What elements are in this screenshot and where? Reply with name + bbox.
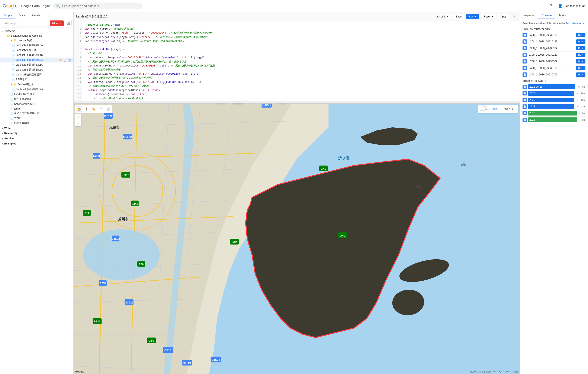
chevron-icon: ▼ (10, 83, 12, 86)
landsat-group[interactable]: ▼ 📁 Landsat数据 (0, 38, 73, 43)
task-time: 16m (581, 92, 586, 95)
landsat-item-4[interactable]: 📄 Landsat8下载&镶嵌L1C (0, 62, 73, 67)
svg-text:S343: S343 (131, 202, 138, 205)
task-progress-bar[interactable]: 2023 (528, 104, 574, 109)
settings-button[interactable]: ⚙ (511, 14, 517, 19)
user-name[interactable]: ee-rscherishran (566, 4, 586, 8)
users-folder[interactable]: 📁 users/rscherishran/projects (0, 33, 73, 38)
task-progress-bar-done[interactable]: 2012 (528, 111, 577, 115)
refresh-button[interactable]: 🔄 (65, 21, 72, 26)
draw-rect-tool[interactable]: ⬜ (105, 106, 111, 112)
archive-header[interactable]: ▶ Archive (0, 136, 73, 141)
map-view-button[interactable]: 地图 (490, 107, 500, 112)
task-time: 5m (582, 119, 586, 121)
writer-header[interactable]: ▶ Writer (0, 126, 73, 131)
flat-item-4[interactable]: 📄 夜光遥感数据逐年下载 (0, 111, 73, 116)
flat-item-6[interactable]: 📄 批量下载哨兵 (0, 121, 73, 125)
get-link-button[interactable]: Get Link ▼ (433, 14, 451, 19)
landsat-item-6[interactable]: 📄 Landsat8地表温度反演 (0, 72, 73, 77)
unsubmitted-task-4: 📄 LC08_119038_20230309 RUN (523, 58, 586, 65)
city-label-wuxi: 无锡市 (109, 125, 119, 130)
task-progress-bar[interactable]: 2021-05-15 (528, 84, 575, 89)
task-progress-bar-done[interactable]: 2012 (528, 117, 577, 122)
submitted-task-3: 📄 2023 ✕ 22m (523, 103, 586, 110)
sentinel2-group[interactable]: ▼ 📁 Sentinel2数据 (0, 82, 73, 87)
run-task-button[interactable]: RUN (576, 46, 586, 50)
draw-point-tool[interactable]: 📍 (84, 106, 89, 112)
save-button[interactable]: Save (453, 14, 464, 19)
flat-item-2[interactable]: 📄 Sentinel2大气校正 (0, 102, 73, 107)
flat-item-0[interactable]: 📄 Landsat8大气校正 (0, 92, 73, 97)
tab-assets[interactable]: Assets (28, 12, 43, 19)
copy-icon[interactable]: 📋 (63, 58, 67, 62)
examples-header[interactable]: ▶ Examples (0, 141, 73, 146)
folder-icon: 📁 (7, 34, 10, 37)
flat-item-3[interactable]: 📄 temp (0, 107, 73, 111)
landsat-item-5[interactable]: 📄 Landsat8下载&镶嵌L2A (0, 67, 73, 72)
submitted-task-1: 📄 2018 ✕ 16m (523, 90, 586, 97)
code-content[interactable]: Imports (1 entry) 📦 var roi = table // 感… (82, 21, 520, 101)
task-time: 22m (581, 105, 586, 108)
landsat-item-7[interactable]: 📄 RSEI计算 (0, 77, 73, 82)
delete-icon[interactable]: 🗑️ (68, 58, 72, 62)
sentinel2-item-0[interactable]: 📄 Sentinel2下载&镶嵌L2A (0, 87, 73, 92)
run-task-button[interactable]: RUN (576, 33, 586, 37)
account-button[interactable]: 👤 (557, 2, 564, 9)
task-manager-link[interactable]: Task Manager (566, 22, 582, 25)
submitted-task-5: 📄 2012 ✓ 5m (523, 117, 586, 123)
tab-scripts[interactable]: Scripts (0, 12, 15, 19)
cancel-task-button[interactable]: ✕ (577, 85, 581, 89)
filter-input[interactable] (2, 21, 48, 26)
new-button[interactable]: NEW ▼ (50, 20, 64, 26)
cancel-task-button[interactable]: ✕ (575, 105, 580, 108)
search-bar[interactable]: 🔍 (53, 2, 143, 9)
fullscreen-button[interactable]: ⛶ (480, 105, 486, 111)
run-task-button[interactable]: RUN (576, 72, 586, 77)
submitted-title: SUBMITTED TASKS (523, 80, 586, 82)
task-progress-bar[interactable]: 2018 (528, 91, 574, 96)
tab-tasks[interactable]: Tasks (555, 12, 569, 19)
cancel-task-button[interactable]: ✕ (575, 92, 580, 95)
run-button[interactable]: Run ▼ (466, 14, 479, 19)
landsat-item-3[interactable]: 📄 Landsat8下载&批量L2A ✏️ 📋 🗑️ (0, 58, 73, 62)
draw-line-tool[interactable]: 📏 (91, 106, 97, 112)
owner-header[interactable]: ▼ Owner (1) (0, 29, 73, 33)
cancel-task-button[interactable]: ✕ (575, 98, 580, 102)
task-bar-label: 2018 (529, 92, 535, 95)
tab-docs[interactable]: Docs (15, 12, 29, 19)
task-done-icon: ✓ (578, 118, 581, 121)
help-button[interactable]: ? (547, 2, 554, 9)
pan-tool[interactable]: ✋ (76, 106, 82, 112)
svg-text:G50: G50 (149, 339, 154, 342)
landsat-item-0[interactable]: 📄 Landsat7下载&镶嵌L2A (0, 43, 73, 48)
task-icon: 📄 (523, 33, 527, 37)
tab-console[interactable]: Console (538, 12, 555, 19)
run-task-button[interactable]: RUN (576, 66, 586, 70)
run-task-button[interactable]: RUN (576, 53, 586, 57)
zoom-out-button[interactable]: − (75, 121, 81, 126)
reset-button[interactable]: Reset ▼ (481, 14, 496, 19)
reader-section: ▶ Reader (1) (0, 131, 73, 136)
task-progress-bar[interactable]: 2020 (528, 98, 574, 102)
satellite-view-button[interactable]: 卫星图像 (501, 107, 516, 112)
zoom-in-button[interactable]: + (75, 114, 81, 120)
flat-item-5[interactable]: 📄 大气校正1 (0, 116, 73, 121)
editor-header: Landsat8下载&批量L2A Get Link ▼ Save Run ▼ R… (74, 12, 520, 21)
landsat-item-2[interactable]: 📄 Landsat8下载&批量L1C (0, 53, 73, 58)
code-editor[interactable]: 12345 678910 1112131415 1617181920 21222… (74, 21, 520, 101)
reader-header[interactable]: ▶ Reader (1) (0, 131, 73, 136)
task-name: LC08_119039_20230309 (528, 73, 574, 76)
draw-shape-tool[interactable]: ⬡ (98, 106, 104, 112)
scripts-tree: ▼ Owner (1) 📁 users/rscherishran/project… (0, 28, 73, 374)
dropdown-arrow-icon: ▼ (59, 22, 61, 24)
search-input[interactable] (62, 4, 140, 8)
run-task-button[interactable]: RUN (576, 40, 586, 44)
editor-scrollbar[interactable] (74, 101, 520, 103)
flat-item-1[interactable]: 📄 NPP下载&镶嵌 (0, 97, 73, 102)
run-task-button[interactable]: RUN (576, 59, 586, 63)
apps-button[interactable]: Apps (498, 14, 509, 19)
tab-inspector[interactable]: Inspector (520, 12, 538, 19)
edit-icon[interactable]: ✏️ (59, 58, 63, 62)
map-container[interactable]: G1522 G1522 S230 S343 G1522 S58 S558 G15… (74, 104, 520, 374)
landsat-item-1[interactable]: 📄 Landsat7监督分类 (0, 48, 73, 53)
